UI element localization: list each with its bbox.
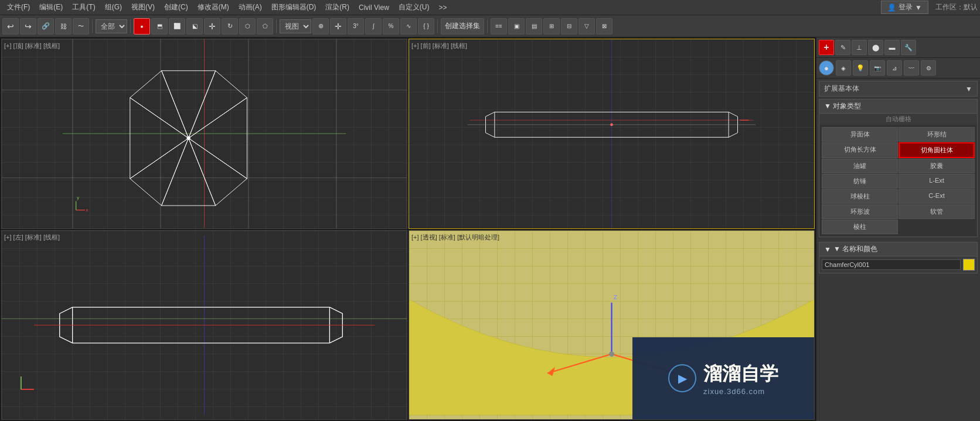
rp-display-button[interactable]: ▬ — [884, 40, 900, 55]
rp-helper-icon[interactable]: ⊿ — [887, 60, 902, 76]
svg-text:x: x — [86, 207, 89, 213]
object-type-header[interactable]: ▼ 对象类型 — [819, 100, 977, 114]
menu-civil-view[interactable]: Civil View — [354, 2, 394, 13]
rp-space-warp-icon[interactable]: 〰 — [904, 60, 919, 76]
auto-grid-label: 自动栅格 — [819, 114, 977, 125]
obj-prism[interactable]: 棱柱 — [822, 220, 898, 234]
edit-named-sel[interactable]: ∿ — [400, 18, 417, 35]
render-prod[interactable]: ⊞ — [543, 18, 560, 35]
extended-primitives-button[interactable]: 扩展基本体 ▼ — [819, 81, 978, 97]
menu-animation[interactable]: 动画(A) — [234, 1, 267, 13]
snap-toggle[interactable]: ⊕ — [312, 18, 329, 35]
color-swatch[interactable] — [963, 259, 975, 271]
menu-edit[interactable]: 编辑(E) — [35, 1, 67, 13]
undo-button[interactable]: ↩ — [2, 18, 19, 35]
name-color-header[interactable]: ▼ ▼ 名称和颜色 — [819, 242, 977, 256]
obj-ring-wave[interactable]: 环形波 — [822, 204, 898, 219]
render-to-tex[interactable]: ▽ — [579, 18, 595, 35]
viewports-container: [+] [顶] [标准] [线框] — [0, 37, 816, 421]
render-frame[interactable]: ▤ — [526, 18, 542, 35]
unlink-button[interactable]: ⛓ — [55, 18, 72, 35]
obj-chamfer-cylinder[interactable]: 切角圆柱体 — [899, 142, 975, 158]
menu-group[interactable]: 组(G) — [100, 1, 127, 13]
render-last[interactable]: ⊠ — [596, 18, 612, 35]
watermark-inner: ▶ 溜溜自学 zixue.3d66.com — [668, 361, 778, 396]
menu-create[interactable]: 创建(C) — [159, 1, 193, 13]
svg-point-40 — [609, 351, 614, 357]
obj-torus-knot[interactable]: 环形结 — [899, 127, 975, 142]
object-type-label: ▼ 对象类型 — [824, 101, 861, 111]
menu-bar: 文件(F) 编辑(E) 工具(T) 组(G) 视图(V) 创建(C) 修改器(M… — [0, 0, 980, 15]
obj-l-ext[interactable]: L-Ext — [899, 174, 975, 189]
object-name-input[interactable] — [822, 259, 961, 270]
viewport-persp[interactable]: [+] [透视] [标准] [默认明暗处理] — [409, 230, 815, 420]
obj-chamfer-box[interactable]: 切角长方体 — [822, 142, 898, 158]
rp-utilities-button[interactable]: 🔧 — [901, 40, 916, 55]
watermark-text: 溜溜自学 zixue.3d66.com — [703, 361, 778, 396]
rp-light-icon[interactable]: 💡 — [853, 60, 868, 76]
obj-hose[interactable]: 软管 — [899, 204, 975, 219]
object-grid: 异面体 环形结 切角长方体 切角圆柱体 油罐 胶囊 纺锤 L-Ext 球棱柱 C… — [819, 125, 977, 237]
redo-button[interactable]: ↪ — [20, 18, 36, 35]
create-selection-set[interactable]: 创建选择集 — [441, 18, 484, 35]
view-dropdown[interactable]: 视图 — [280, 19, 311, 33]
render-setup[interactable]: ▣ — [508, 18, 525, 35]
mirror[interactable]: { } — [418, 18, 434, 35]
viewport-top[interactable]: [+] [顶] [标准] [线框] — [1, 39, 407, 229]
bind-to-spacewarp[interactable]: 〜 — [73, 18, 89, 35]
obj-gengon[interactable]: 球棱柱 — [822, 189, 898, 204]
menu-modifiers[interactable]: 修改器(M) — [193, 1, 234, 13]
menu-view[interactable]: 视图(V) — [127, 1, 159, 13]
viewport-top-svg: x y — [2, 39, 407, 228]
name-input-row — [819, 256, 977, 273]
menu-tools[interactable]: 工具(T) — [67, 1, 100, 13]
login-area: 👤 登录 ▼ 工作区：默认 — [881, 1, 978, 14]
select-and-link[interactable]: ⬒ — [151, 18, 168, 35]
fence-select[interactable]: ⬕ — [186, 18, 203, 35]
toolbar-sep-4 — [437, 19, 438, 33]
render-iter[interactable]: ⊟ — [561, 18, 577, 35]
obj-capsule[interactable]: 胶囊 — [899, 159, 975, 173]
viewport-left[interactable]: [+] [左] [标准] [线框] — [1, 230, 407, 420]
spinner-snap[interactable]: % — [383, 18, 399, 35]
svg-point-15 — [187, 136, 190, 140]
select-object-button[interactable]: ▪ — [134, 18, 150, 35]
scale-button[interactable]: ⬡ — [239, 18, 256, 35]
move-snap[interactable]: ✛ — [330, 18, 346, 35]
selection-filter-dropdown[interactable]: 全部 — [96, 19, 127, 33]
obj-heterahedron[interactable]: 异面体 — [822, 127, 898, 142]
rotate-button[interactable]: ↻ — [222, 18, 238, 35]
watermark-play-icon: ▶ — [678, 371, 687, 385]
rp-systems-icon[interactable]: ⚙ — [921, 60, 936, 76]
viewport-front[interactable]: [+] [前] [标准] [线框] — [409, 39, 815, 229]
obj-c-ext[interactable]: C-Ext — [899, 189, 975, 204]
percent-snap[interactable]: 3° — [348, 18, 364, 35]
rp-motion-button[interactable]: ⬤ — [868, 40, 883, 55]
rect-select[interactable]: ⬜ — [169, 18, 185, 35]
toolbar-sep-3 — [276, 19, 277, 33]
toolbar-sep-1 — [92, 19, 93, 33]
obj-oil-tank[interactable]: 油罐 — [822, 159, 898, 173]
login-button[interactable]: 👤 登录 ▼ — [881, 1, 928, 14]
svg-text:y: y — [77, 195, 79, 200]
obj-spindle[interactable]: 纺锤 — [822, 174, 898, 189]
link-button[interactable]: 🔗 — [38, 18, 54, 35]
rp-add-button[interactable]: + — [819, 40, 834, 55]
toolbar-sep-5 — [487, 19, 488, 33]
ext-prims-arrow: ▼ — [965, 85, 972, 93]
layers-btn[interactable]: ≡≡ — [491, 18, 507, 35]
rp-sphere-icon[interactable]: ● — [819, 60, 834, 76]
move-button[interactable]: ✛ — [204, 18, 220, 35]
angle-snap[interactable]: ∫ — [365, 18, 382, 35]
main-area: [+] [顶] [标准] [线框] — [0, 37, 980, 421]
menu-graph-editors[interactable]: 图形编辑器(D) — [267, 1, 321, 13]
rp-hierarchy-button[interactable]: ⊥ — [852, 40, 867, 55]
menu-more[interactable]: >> — [434, 2, 451, 13]
rp-geo-icon[interactable]: ◈ — [836, 60, 851, 76]
scale2-button[interactable]: ⬠ — [257, 18, 273, 35]
rp-modify-button[interactable]: ✎ — [835, 40, 850, 55]
menu-customize[interactable]: 自定义(U) — [394, 1, 434, 13]
menu-file[interactable]: 文件(F) — [2, 1, 35, 13]
menu-render[interactable]: 渲染(R) — [321, 1, 354, 13]
rp-camera-icon[interactable]: 📷 — [870, 60, 885, 76]
